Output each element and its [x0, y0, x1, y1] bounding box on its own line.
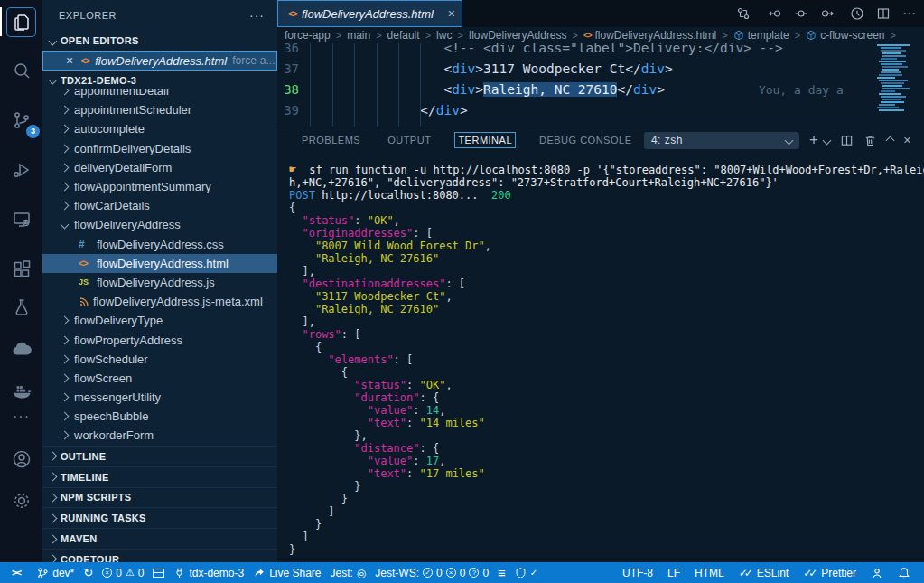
tree-item[interactable]: flowDeliveryAddress.js-meta.xml [42, 292, 277, 311]
tab-debug-console[interactable]: DEBUG CONSOLE [537, 133, 634, 147]
breadcrumb-item[interactable]: template [733, 29, 789, 42]
tab-problems[interactable]: PROBLEMS [299, 133, 363, 147]
tree-item[interactable]: autocomplete [42, 119, 277, 138]
breadcrumb-item[interactable]: flowDeliveryAddress [469, 29, 567, 42]
settings-gear-icon[interactable] [6, 485, 36, 515]
sidebar-section-npm-scripts[interactable]: NPM SCRIPTS [42, 487, 277, 508]
run-timer-icon[interactable] [850, 6, 864, 21]
split-terminal-icon[interactable] [840, 134, 854, 147]
minimap[interactable] [877, 42, 915, 112]
hamburger-icon[interactable]: ≡ [493, 565, 510, 580]
notifications-bell-icon[interactable] [893, 567, 915, 579]
sidebar-section-maven[interactable]: MAVEN [42, 528, 277, 549]
new-terminal-icon[interactable]: + [809, 134, 818, 146]
terminal-token [289, 227, 302, 240]
kill-terminal-icon[interactable] [863, 134, 877, 147]
tab-flowdeliveryaddress[interactable]: <> flowDeliveryAddress.html × [277, 0, 462, 27]
explorer-icon[interactable] [6, 7, 36, 37]
salesforce-cloud-icon[interactable] [6, 334, 36, 363]
tree-item[interactable]: #flowDeliveryAddress.css [42, 235, 277, 254]
sidebar-section-timeline[interactable]: TIMELINE [42, 466, 277, 487]
sidebar-section-running-tasks[interactable]: RUNNING TASKS [42, 507, 277, 528]
tab-close-icon[interactable]: × [448, 6, 455, 21]
split-editor-icon[interactable] [876, 6, 891, 21]
tab-terminal[interactable]: TERMINAL [455, 133, 515, 147]
tree-item[interactable]: speechBubble [42, 407, 277, 426]
breadcrumb-item[interactable]: <>flowDeliveryAddress.html [583, 29, 716, 42]
tree-item[interactable]: flowCarDetails [42, 196, 277, 215]
tree-item[interactable]: flowScreen [42, 369, 277, 388]
test-beaker-icon[interactable] [6, 292, 36, 322]
tree-item[interactable]: flowDeliveryAddress [42, 215, 277, 234]
search-icon[interactable] [6, 55, 36, 85]
tree-item[interactable]: appointmentScheduler [42, 100, 277, 119]
tree-item[interactable]: deliveryDetailForm [42, 158, 277, 177]
open-editors-header[interactable]: OPEN EDITORS [42, 32, 277, 50]
tree-item[interactable]: flowDeliveryType [42, 311, 277, 330]
problems-item[interactable]: × 0 ⚠ 0 [98, 567, 148, 579]
token: < [443, 61, 452, 76]
source-control-icon[interactable]: 3 [6, 105, 36, 135]
terminal-line: } [289, 493, 924, 505]
new-terminal-dropdown-icon[interactable] [823, 136, 832, 145]
tree-item[interactable]: flowAppointmentSummary [42, 177, 277, 196]
default-org-item[interactable]: tdx-demo-3 [169, 566, 248, 579]
tree-item[interactable]: <>flowDeliveryAddress.html [42, 254, 277, 273]
breadcrumb-item[interactable]: lwc [436, 29, 452, 42]
nav-current-icon[interactable] [794, 6, 808, 21]
compare-changes-icon[interactable] [736, 6, 751, 21]
breadcrumb-item[interactable]: force-app [285, 29, 331, 42]
extensions-icon[interactable] [6, 254, 36, 284]
breadcrumb-separator-icon: > [336, 30, 341, 41]
sync-icon[interactable]: ↻ [79, 566, 98, 579]
remote-explorer-icon[interactable] [6, 204, 36, 234]
branch-name: dev* [52, 567, 74, 579]
jest-item[interactable]: Jest: ◎ [326, 567, 371, 579]
tree-item-label: flowScheduler [74, 353, 148, 366]
section-label: NPM SCRIPTS [61, 492, 131, 503]
terminal-shell-select[interactable]: 4: zsh [644, 132, 799, 149]
nav-forward-icon[interactable] [820, 6, 835, 21]
encoding-item[interactable]: UTF-8 [618, 567, 658, 579]
editor-layout-item[interactable] [148, 569, 169, 578]
account-icon[interactable] [6, 444, 36, 474]
open-editor-item[interactable]: × <> flowDeliveryAddress.html force-a... [42, 51, 277, 71]
sidebar-section-codetour[interactable]: CODETOUR [42, 549, 277, 562]
terminal-token: 17 [426, 455, 439, 467]
breadcrumb-item[interactable]: c-flow-screen [806, 29, 884, 42]
tree-item[interactable]: confirmDeliveryDetails [42, 139, 277, 158]
live-share-item[interactable]: Live Share [248, 567, 325, 579]
tree-item[interactable]: workorderForm [42, 426, 277, 445]
trust-shield-item[interactable]: ✓ [510, 567, 542, 579]
tree-item[interactable]: flowScheduler [42, 350, 277, 369]
language-mode-item[interactable]: HTML [690, 567, 729, 579]
tree-item[interactable]: JSflowDeliveryAddress.js [42, 273, 277, 292]
prettier-item[interactable]: ✓✓ Prettier [798, 567, 861, 579]
code-editor[interactable]: 36 <!-- <div class="label">Delivery:</di… [277, 38, 924, 127]
more-activity-icon[interactable]: ··· [6, 401, 36, 431]
tree-item[interactable]: flowPropertyAddress [42, 330, 277, 349]
git-branch-item[interactable]: dev* [32, 566, 79, 580]
maximize-panel-icon[interactable] [886, 136, 895, 145]
tree-item[interactable]: messengerUtility [42, 388, 277, 407]
terminal-line: "text": "14 miles" [289, 417, 924, 429]
explorer-more-actions-icon[interactable]: ··· [249, 8, 265, 23]
nav-back-icon[interactable] [768, 6, 782, 21]
jest-ws-item[interactable]: Jest-WS: ✓ 0 × 0 ? 0 [370, 567, 493, 579]
remote-indicator[interactable]: >< [7, 567, 24, 578]
minimap-line [879, 104, 895, 106]
eol-item[interactable]: LF [663, 567, 685, 579]
run-debug-icon[interactable] [6, 155, 36, 184]
breadcrumb-item[interactable]: main [347, 29, 370, 42]
breadcrumb-item[interactable]: default [387, 29, 420, 42]
workspace-header[interactable]: TDX21-DEMO-3 [42, 71, 277, 89]
tree-item[interactable]: appointmentDetail [42, 89, 277, 100]
close-icon[interactable]: × [66, 53, 73, 68]
sidebar-section-outline[interactable]: OUTLINE [42, 446, 277, 466]
feedback-icon[interactable] [866, 567, 888, 579]
tab-output[interactable]: OUTPUT [385, 133, 434, 147]
close-panel-icon[interactable]: × [903, 134, 911, 146]
terminal-output[interactable]: ☛ sf run function -u http://localhost:80… [277, 153, 924, 562]
more-actions-icon[interactable]: ⋯ [902, 5, 917, 22]
eslint-item[interactable]: ✓✓ ESLint [734, 567, 793, 579]
